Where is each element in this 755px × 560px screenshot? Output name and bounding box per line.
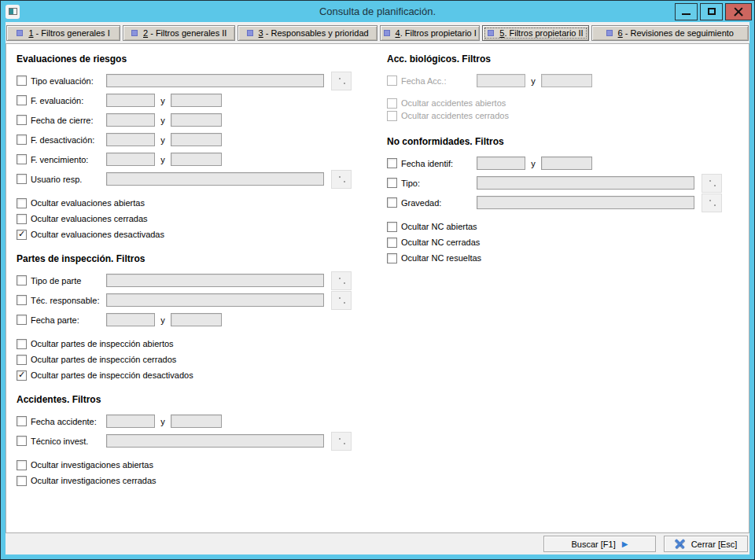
browse-tecnico-invest-button[interactable] bbox=[331, 432, 352, 451]
check-icon: ✓ bbox=[18, 370, 25, 379]
checkbox-fecha-cierre[interactable] bbox=[17, 115, 27, 125]
browse-dots-icon bbox=[338, 175, 345, 182]
tab-filtros-propietario-1[interactable]: 4. Filtros propietario I bbox=[380, 25, 480, 41]
checkbox-usuario-resp[interactable] bbox=[17, 174, 27, 184]
checkbox-ocultar-partes-cerrados[interactable] bbox=[17, 355, 27, 365]
browse-tipo-de-parte-button[interactable] bbox=[331, 271, 352, 290]
input-gravedad[interactable] bbox=[477, 196, 694, 209]
checkbox-ocultar-evaluaciones-desactivadas[interactable]: ✓ bbox=[17, 230, 27, 240]
maximize-button[interactable] bbox=[700, 3, 723, 20]
section-heading: Accidentes. Filtros bbox=[17, 394, 352, 405]
filter-row: Técnico invest. bbox=[17, 431, 352, 451]
section-accidentes: Accidentes. Filtros Fecha accidente: y T… bbox=[17, 394, 352, 488]
browse-usuario-resp-button[interactable] bbox=[331, 170, 352, 189]
range-separator: y bbox=[525, 159, 541, 168]
checkbox-ocultar-evaluaciones-abiertas[interactable] bbox=[17, 198, 27, 208]
checkbox-tipo-de-parte[interactable] bbox=[17, 275, 27, 286]
tab-label: 1 - Filtros generales I bbox=[28, 28, 109, 38]
checkbox-ocultar-nc-abiertas[interactable] bbox=[387, 222, 397, 232]
checkbox-ocultar-partes-desactivados[interactable]: ✓ bbox=[17, 370, 27, 381]
input-f-desactivacion-hasta[interactable] bbox=[171, 133, 222, 146]
checkbox-f-desactivacion[interactable] bbox=[17, 134, 27, 145]
section-heading: Acc. biológicos. Filtros bbox=[387, 53, 749, 64]
browse-dots-icon bbox=[709, 199, 716, 206]
minimize-button[interactable] bbox=[675, 3, 698, 20]
tab-revisiones-seguimiento[interactable]: 6 - Revisiones de seguimiento bbox=[591, 25, 749, 41]
tab-responsables-prioridad[interactable]: 3 - Responsables y prioridad bbox=[238, 25, 378, 41]
checkbox-ocultar-nc-resueltas[interactable] bbox=[387, 253, 397, 263]
input-fecha-accidente-hasta[interactable] bbox=[171, 414, 222, 428]
browse-tipo-nc-button[interactable] bbox=[702, 174, 722, 193]
check-label: Ocultar partes de inspección cerrados bbox=[31, 355, 176, 364]
browse-gravedad-button[interactable] bbox=[702, 193, 722, 212]
input-f-desactivacion-desde[interactable] bbox=[106, 133, 155, 146]
range-separator: y bbox=[525, 76, 541, 86]
filter-row: Tipo evaluación: bbox=[17, 71, 352, 90]
tab-bullet-icon bbox=[384, 30, 390, 36]
check-row: ✓ Ocultar partes de inspección desactiva… bbox=[17, 367, 352, 383]
input-fecha-identif-desde[interactable] bbox=[477, 157, 525, 170]
filter-label: Fecha accidente: bbox=[31, 417, 106, 426]
filter-label: Tipo evaluación: bbox=[31, 76, 106, 86]
cerrar-button[interactable]: Cerrar [Esc] bbox=[664, 536, 748, 552]
checkbox-fecha-parte[interactable] bbox=[17, 315, 27, 325]
window-title: Consulta de planificación. bbox=[1, 6, 754, 17]
check-label: Ocultar NC resueltas bbox=[401, 253, 481, 263]
input-tec-responsable[interactable] bbox=[106, 293, 324, 307]
input-f-evaluacion-hasta[interactable] bbox=[171, 94, 222, 107]
filter-label: Téc. responsable: bbox=[31, 296, 106, 305]
input-f-vencimiento-desde[interactable] bbox=[106, 153, 155, 166]
check-row: Ocultar accidentes abiertos bbox=[387, 97, 749, 109]
checkbox-f-vencimiento[interactable] bbox=[17, 154, 27, 164]
checkbox-tipo-evaluacion[interactable] bbox=[17, 76, 27, 86]
check-row: ✓ Ocultar evaluaciones desactivadas bbox=[17, 227, 352, 242]
input-fecha-cierre-desde[interactable] bbox=[106, 113, 155, 127]
checkbox-ocultar-investigaciones-abiertas[interactable] bbox=[17, 460, 27, 470]
input-fecha-identif-hasta[interactable] bbox=[541, 157, 592, 170]
input-fecha-parte-desde[interactable] bbox=[106, 313, 155, 326]
checkbox-tec-responsable[interactable] bbox=[17, 295, 27, 305]
checkbox-f-evaluacion[interactable] bbox=[17, 95, 27, 105]
input-f-evaluacion-desde[interactable] bbox=[106, 94, 155, 107]
input-fecha-cierre-hasta[interactable] bbox=[171, 113, 222, 127]
buscar-button[interactable]: Buscar [F1] ▶ bbox=[543, 536, 656, 552]
buscar-button-label: Buscar [F1] bbox=[572, 540, 616, 549]
check-label: Ocultar accidentes abiertos bbox=[401, 98, 506, 108]
left-column: Evaluaciones de riesgos Tipo evaluación:… bbox=[6, 44, 352, 488]
section-heading: Evaluaciones de riesgos bbox=[17, 53, 352, 64]
section-evaluaciones-riesgos: Evaluaciones de riesgos Tipo evaluación:… bbox=[17, 53, 352, 242]
input-f-vencimiento-hasta[interactable] bbox=[171, 153, 222, 166]
checkbox-fecha-identif[interactable] bbox=[387, 158, 397, 168]
filter-row: Fecha de cierre: y bbox=[17, 110, 352, 130]
input-tipo-de-parte[interactable] bbox=[106, 274, 324, 287]
checkbox-ocultar-partes-abiertos[interactable] bbox=[17, 339, 27, 349]
checks-group: Ocultar investigaciones abiertas Ocultar… bbox=[17, 457, 352, 488]
checkbox-gravedad[interactable] bbox=[387, 197, 397, 208]
browse-tipo-evaluacion-button[interactable] bbox=[331, 72, 352, 90]
filter-row: Tipo: bbox=[387, 173, 749, 193]
blue-x-icon bbox=[675, 539, 685, 549]
browse-tec-responsable-button[interactable] bbox=[331, 291, 352, 310]
checks-group: Ocultar accidentes abiertos Ocultar acci… bbox=[387, 97, 749, 122]
tab-filtros-generales-2[interactable]: 2 - Filtros generales II bbox=[123, 25, 235, 41]
tab-filtros-propietario-2[interactable]: 5. Filtros propietario II bbox=[482, 25, 588, 41]
window-body: 1 - Filtros generales I 2 - Filtros gene… bbox=[6, 22, 749, 554]
checkbox-ocultar-evaluaciones-cerradas[interactable] bbox=[17, 214, 27, 224]
input-tecnico-invest[interactable] bbox=[106, 434, 324, 448]
checkbox-tecnico-invest[interactable] bbox=[17, 436, 27, 446]
input-tipo-evaluacion[interactable] bbox=[106, 74, 324, 87]
checkbox-fecha-acc bbox=[387, 76, 397, 86]
checkbox-fecha-accidente[interactable] bbox=[17, 416, 27, 426]
checkbox-ocultar-nc-cerradas[interactable] bbox=[387, 238, 397, 248]
tab-bullet-icon bbox=[247, 30, 253, 36]
input-tipo-nc[interactable] bbox=[477, 176, 694, 190]
checkbox-tipo-nc[interactable] bbox=[387, 178, 397, 188]
input-fecha-accidente-desde[interactable] bbox=[106, 414, 155, 428]
close-button[interactable] bbox=[725, 3, 752, 20]
filter-row: Tipo de parte bbox=[17, 271, 352, 290]
tab-filtros-generales-1[interactable]: 1 - Filtros generales I bbox=[6, 25, 120, 41]
input-usuario-resp[interactable] bbox=[106, 172, 324, 186]
input-fecha-parte-hasta[interactable] bbox=[171, 313, 222, 326]
checkbox-ocultar-investigaciones-cerradas[interactable] bbox=[17, 476, 27, 486]
tabstrip: 1 - Filtros generales I 2 - Filtros gene… bbox=[6, 22, 749, 43]
